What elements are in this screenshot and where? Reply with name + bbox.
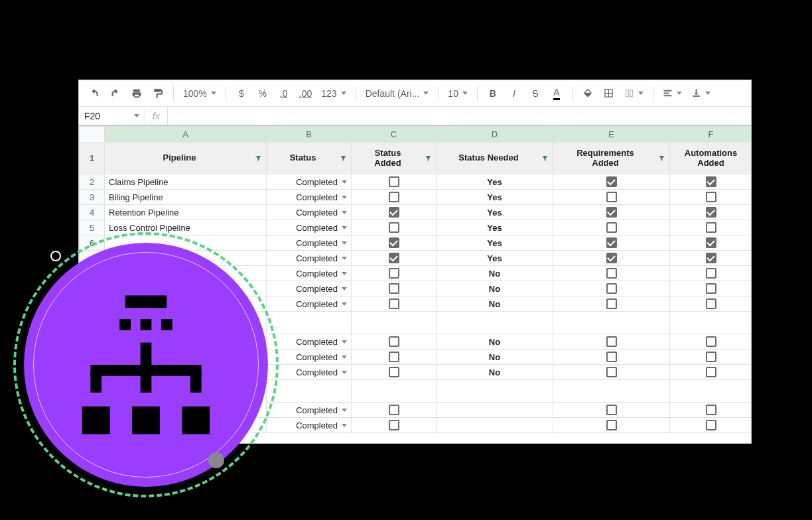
column-header-A[interactable]: A	[105, 127, 267, 143]
checkbox[interactable]	[389, 222, 399, 233]
checkbox[interactable]	[706, 268, 716, 279]
header-cell-pipeline[interactable]: Pipeline	[105, 143, 267, 174]
cell-requirements-added[interactable]	[553, 334, 670, 350]
cell-automations-added[interactable]	[670, 220, 752, 235]
cell-status-added[interactable]	[352, 380, 437, 403]
checkbox[interactable]	[706, 283, 716, 294]
checkbox[interactable]	[389, 176, 399, 187]
checkbox[interactable]	[706, 222, 716, 233]
checkbox[interactable]	[706, 298, 716, 309]
bold-button[interactable]: B	[484, 85, 502, 102]
checkbox[interactable]	[389, 420, 399, 430]
cell-pipeline[interactable]: Biling Pipeline	[105, 190, 267, 205]
cell-status-needed[interactable]: Yes	[437, 220, 553, 235]
cell-requirements-added[interactable]	[553, 251, 670, 266]
select-all-corner[interactable]	[80, 127, 105, 143]
checkbox[interactable]	[706, 405, 716, 415]
cell-pipeline[interactable]: Claims Pipeline	[105, 174, 267, 190]
checkbox[interactable]	[706, 420, 716, 430]
filter-icon[interactable]	[657, 155, 665, 162]
cell-automations-added[interactable]	[670, 296, 752, 312]
cell-status-needed[interactable]: No	[437, 266, 553, 281]
row-header[interactable]: 1	[80, 143, 105, 174]
cell-status-added[interactable]	[352, 205, 437, 220]
cell-status[interactable]: Completed	[267, 418, 352, 433]
status-dropdown[interactable]: Completed	[267, 403, 351, 417]
cell-automations-added[interactable]	[670, 312, 752, 334]
percent-button[interactable]: %	[254, 85, 271, 102]
cell-requirements-added[interactable]	[553, 205, 670, 220]
column-header-E[interactable]: E	[553, 127, 670, 143]
status-dropdown[interactable]: Completed	[267, 418, 351, 432]
status-dropdown[interactable]: Completed	[267, 334, 351, 349]
status-dropdown[interactable]: Completed	[267, 296, 351, 311]
cell-status[interactable]: Completed	[267, 266, 352, 281]
checkbox[interactable]	[606, 367, 617, 377]
checkbox[interactable]	[389, 253, 399, 263]
cell-automations-added[interactable]	[670, 266, 752, 281]
cell-requirements-added[interactable]	[553, 418, 670, 433]
cell-requirements-added[interactable]	[553, 266, 670, 281]
cell-requirements-added[interactable]	[553, 365, 670, 380]
currency-button[interactable]: $	[233, 85, 250, 102]
cell-requirements-added[interactable]	[553, 174, 670, 190]
filter-icon[interactable]	[339, 155, 347, 162]
cell-status[interactable]: Completed	[267, 281, 352, 296]
cell-status-needed[interactable]	[437, 403, 553, 418]
cell-automations-added[interactable]	[670, 235, 752, 251]
decrease-decimal-button[interactable]: .0	[275, 85, 293, 102]
status-dropdown[interactable]: Completed	[267, 235, 351, 250]
column-header-D[interactable]: D	[437, 127, 553, 143]
cell-status[interactable]: Completed	[267, 350, 352, 365]
print-icon[interactable]	[128, 85, 145, 102]
cell-automations-added[interactable]	[670, 418, 752, 433]
row-header[interactable]: 4	[80, 205, 105, 220]
checkbox[interactable]	[389, 352, 399, 362]
italic-button[interactable]: I	[506, 85, 523, 102]
checkbox[interactable]	[389, 298, 399, 309]
cell-status-added[interactable]	[352, 235, 437, 251]
checkbox[interactable]	[389, 367, 399, 377]
status-dropdown[interactable]: Completed	[267, 350, 351, 364]
horizontal-align-dropdown[interactable]	[660, 85, 685, 102]
checkbox[interactable]	[606, 222, 617, 233]
header-cell-status[interactable]: Status	[267, 143, 352, 174]
undo-icon[interactable]	[86, 85, 103, 102]
more-formats-dropdown[interactable]: 123	[318, 85, 348, 102]
cell-status-needed[interactable]	[437, 380, 553, 403]
cell-status-needed[interactable]: Yes	[437, 251, 553, 266]
name-box[interactable]: F20	[79, 107, 145, 125]
cell-requirements-added[interactable]	[553, 350, 670, 365]
cell-status-added[interactable]	[352, 266, 437, 281]
checkbox[interactable]	[389, 192, 399, 202]
filter-icon[interactable]	[254, 155, 262, 162]
checkbox[interactable]	[706, 192, 716, 202]
cell-requirements-added[interactable]	[553, 220, 670, 235]
cell-automations-added[interactable]	[670, 251, 752, 266]
vertical-align-dropdown[interactable]	[689, 85, 713, 102]
cell-status[interactable]: Completed	[267, 205, 352, 220]
status-dropdown[interactable]: Completed	[267, 220, 351, 235]
checkbox[interactable]	[706, 176, 716, 187]
cell-status-added[interactable]	[352, 403, 437, 418]
cell-automations-added[interactable]	[670, 281, 752, 296]
checkbox[interactable]	[606, 192, 617, 202]
cell-status[interactable]	[267, 380, 352, 403]
cell-requirements-added[interactable]	[553, 296, 670, 312]
cell-status-added[interactable]	[352, 220, 437, 235]
cell-automations-added[interactable]	[670, 403, 752, 418]
checkbox[interactable]	[606, 176, 617, 187]
cell-requirements-added[interactable]	[553, 281, 670, 296]
cell-status[interactable]: Completed	[267, 296, 352, 312]
cell-status-needed[interactable]: Yes	[437, 190, 553, 205]
column-header-B[interactable]: B	[267, 127, 352, 143]
header-cell-automations-added[interactable]: Automations Added	[670, 143, 752, 174]
checkbox[interactable]	[706, 336, 716, 347]
checkbox[interactable]	[389, 405, 399, 415]
paint-format-icon[interactable]	[149, 85, 167, 102]
cell-status[interactable]: Completed	[267, 174, 352, 190]
cell-status-added[interactable]	[352, 281, 437, 296]
cell-automations-added[interactable]	[670, 174, 752, 190]
checkbox[interactable]	[389, 268, 399, 279]
column-header-F[interactable]: F	[670, 127, 752, 143]
